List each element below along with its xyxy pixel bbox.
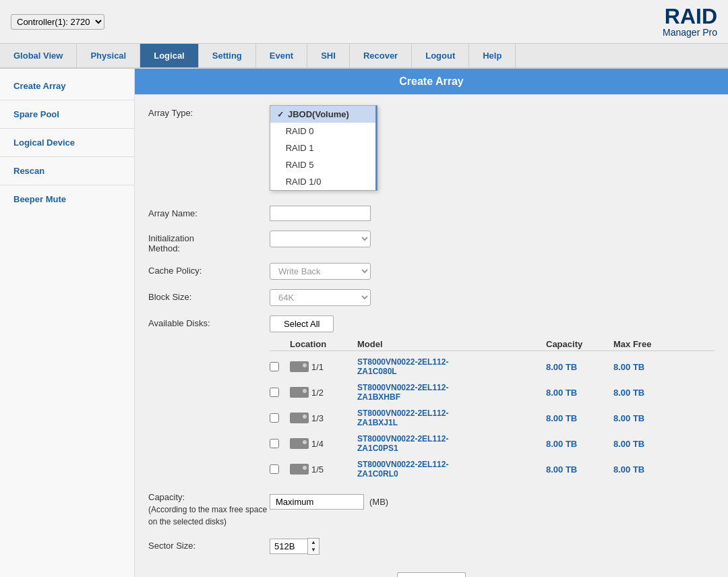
sidebar: Create Array Spare Pool Logical Device R… xyxy=(0,69,135,577)
nav-logical[interactable]: Logical xyxy=(140,44,199,67)
nav-recover[interactable]: Recover xyxy=(350,44,412,67)
disk-maxfree-4: 8.00 TB xyxy=(613,439,681,449)
disk-checkbox-1[interactable] xyxy=(270,362,279,371)
disk-capacity-5: 8.00 TB xyxy=(546,464,613,475)
sidebar-spare-pool[interactable]: Spare Pool xyxy=(0,104,134,125)
disk-location-2: 1/2 xyxy=(290,387,357,398)
disk-location-4: 1/4 xyxy=(290,438,357,449)
disk-capacity-1: 8.00 TB xyxy=(546,362,613,372)
nav-setting[interactable]: Setting xyxy=(199,44,256,67)
disk-capacity-3: 8.00 TB xyxy=(546,413,613,423)
capacity-input-area: (MB) xyxy=(270,494,388,510)
hdd-icon-3 xyxy=(290,413,309,423)
nav-shi[interactable]: SHI xyxy=(307,44,350,67)
disk-location-5: 1/5 xyxy=(290,464,357,475)
init-method-row: InitializationMethod: xyxy=(148,231,715,253)
block-size-row: Block Size: 64K xyxy=(148,289,715,306)
controller-dropdown[interactable]: Controller(1): 2720 xyxy=(11,14,104,30)
block-size-select[interactable]: 64K xyxy=(270,289,371,306)
nav-global-view[interactable]: Global View xyxy=(0,44,77,67)
dropdown-option-raid1[interactable]: RAID 1 xyxy=(270,140,375,156)
sector-up-arrow[interactable]: ▲ xyxy=(308,539,319,547)
option-label-raid5: RAID 5 xyxy=(286,160,314,170)
dropdown-option-raid0[interactable]: RAID 0 xyxy=(270,123,375,140)
capacity-unit: (MB) xyxy=(369,497,388,507)
sector-down-arrow[interactable]: ▼ xyxy=(308,546,319,554)
init-method-select[interactable] xyxy=(270,231,371,247)
array-type-label: Array Type: xyxy=(148,105,270,118)
capacity-input[interactable] xyxy=(270,494,364,510)
disk-capacity-4: 8.00 TB xyxy=(546,439,613,449)
col-maxfree-header: Max Free xyxy=(613,339,681,349)
table-row: 1/3 ST8000VN0022-2EL112-ZA1BXJ1L 8.00 TB… xyxy=(270,405,715,431)
col-checkbox xyxy=(270,339,290,349)
create-button[interactable]: Create xyxy=(397,572,465,577)
sidebar-logical-device[interactable]: Logical Device xyxy=(0,132,134,153)
option-label-jbod: JBOD(Volume) xyxy=(288,109,349,119)
option-label-raid10: RAID 1/0 xyxy=(286,177,322,187)
disk-checkbox-5[interactable] xyxy=(270,464,279,474)
disk-model-5: ST8000VN0022-2EL112-ZA1C0RL0 xyxy=(357,460,546,479)
sidebar-rescan[interactable]: Rescan xyxy=(0,160,134,181)
sector-arrows: ▲ ▼ xyxy=(307,538,320,555)
spacer2 xyxy=(277,144,282,153)
select-all-button[interactable]: Select All xyxy=(270,315,334,332)
controller-select[interactable]: Controller(1): 2720 xyxy=(11,14,104,30)
disk-maxfree-5: 8.00 TB xyxy=(613,464,681,475)
disk-model-4: ST8000VN0022-2EL112-ZA1C0PS1 xyxy=(357,434,546,453)
top-bar: Controller(1): 2720 RAID Manager Pro xyxy=(0,0,728,44)
array-name-control xyxy=(270,206,371,221)
available-disks-label: Available Disks: xyxy=(148,315,270,482)
capacity-row: Capacity:(According to the max free spac… xyxy=(148,491,715,528)
nav-physical[interactable]: Physical xyxy=(77,44,140,67)
disk-location-3: 1/3 xyxy=(290,413,357,423)
col-model-header: Model xyxy=(357,339,546,349)
brand-logo: RAID Manager Pro xyxy=(663,5,717,38)
table-row: 1/1 ST8000VN0022-2EL112-ZA1C080L 8.00 TB… xyxy=(270,354,715,379)
spacer3 xyxy=(277,160,282,170)
disk-checkbox-4[interactable] xyxy=(270,439,279,448)
nav-bar: Global View Physical Logical Setting Eve… xyxy=(0,44,728,69)
hdd-icon-4 xyxy=(290,438,309,449)
array-type-row: Array Type: ✓ JBOD(Volume) RAID 0 xyxy=(148,105,715,118)
dropdown-option-jbod[interactable]: ✓ JBOD(Volume) xyxy=(270,106,375,123)
spacer xyxy=(277,127,282,136)
brand-sub: Manager Pro xyxy=(663,27,717,38)
hdd-icon-2 xyxy=(290,387,309,398)
disk-maxfree-2: 8.00 TB xyxy=(613,388,681,398)
disk-capacity-2: 8.00 TB xyxy=(546,388,613,398)
sector-size-control: ▲ ▼ xyxy=(270,538,320,555)
table-row: 1/2 ST8000VN0022-2EL112-ZA1BXHBF 8.00 TB… xyxy=(270,379,715,405)
sidebar-beeper-mute[interactable]: Beeper Mute xyxy=(0,189,134,210)
sector-size-row: Sector Size: ▲ ▼ xyxy=(148,538,715,555)
cache-policy-select[interactable]: Write Back xyxy=(270,263,371,280)
table-row: 1/5 ST8000VN0022-2EL112-ZA1C0RL0 8.00 TB… xyxy=(270,456,715,482)
init-method-control xyxy=(270,231,371,247)
nav-event[interactable]: Event xyxy=(256,44,307,67)
disk-checkbox-2[interactable] xyxy=(270,388,279,397)
create-button-area: Create xyxy=(148,566,715,577)
block-size-label: Block Size: xyxy=(148,289,270,302)
sidebar-create-array[interactable]: Create Array xyxy=(0,75,134,96)
panel-title: Create Array xyxy=(135,69,728,94)
main-panel: Create Array Array Type: ✓ JBOD(Volume) … xyxy=(135,69,728,577)
disk-checkbox-3[interactable] xyxy=(270,413,279,423)
capacity-label: Capacity:(According to the max free spac… xyxy=(148,491,270,528)
option-label-raid0: RAID 0 xyxy=(286,126,314,136)
disks-table-header: Location Model Capacity Max Free xyxy=(270,338,715,351)
dropdown-option-raid5[interactable]: RAID 5 xyxy=(270,156,375,173)
available-disks-section: Available Disks: Select All Location Mod… xyxy=(148,315,715,482)
sidebar-divider-1 xyxy=(0,100,134,100)
disk-maxfree-1: 8.00 TB xyxy=(613,362,681,372)
disk-location-1: 1/1 xyxy=(290,361,357,372)
array-type-dropdown-menu[interactable]: ✓ JBOD(Volume) RAID 0 RAID 1 xyxy=(270,105,377,191)
dropdown-option-raid10[interactable]: RAID 1/0 xyxy=(270,173,375,190)
table-row: 1/4 ST8000VN0022-2EL112-ZA1C0PS1 8.00 TB… xyxy=(270,431,715,456)
disk-model-1: ST8000VN0022-2EL112-ZA1C080L xyxy=(357,357,546,376)
array-name-input[interactable] xyxy=(270,206,371,221)
array-name-label: Array Name: xyxy=(148,206,270,218)
sector-size-input[interactable] xyxy=(270,539,307,554)
hdd-icon-1 xyxy=(290,361,309,372)
nav-logout[interactable]: Logout xyxy=(412,44,469,67)
nav-help[interactable]: Help xyxy=(469,44,516,67)
